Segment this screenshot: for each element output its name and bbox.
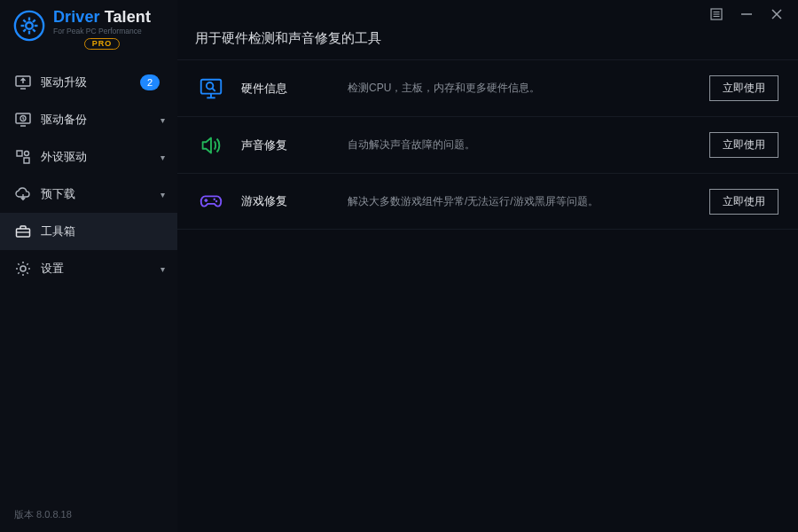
menu-button[interactable] <box>709 7 724 21</box>
hardware-info-icon <box>197 74 225 103</box>
logo-subtitle: For Peak PC Performance <box>53 27 151 35</box>
peripherals-icon <box>14 148 32 166</box>
svg-line-30 <box>212 88 215 90</box>
logo-pro-badge: PRO <box>84 38 121 50</box>
sidebar-item-driver-backup[interactable]: 驱动备份 ▾ <box>0 101 177 138</box>
sidebar-item-label: 工具箱 <box>41 223 165 239</box>
app-window: Driver Talent For Peak PC Performance PR… <box>0 0 798 532</box>
sidebar-item-predownload[interactable]: 预下载 ▾ <box>0 176 177 213</box>
tool-description: 解决大多数游戏组件异常/无法运行/游戏黑屏等问题。 <box>348 194 709 209</box>
tool-list: 硬件信息 检测CPU，主板，内存和更多硬件信息。 立即使用 声音修复 自动解决声… <box>177 59 798 230</box>
titlebar <box>695 0 798 28</box>
svg-point-22 <box>25 152 29 156</box>
main-content: 用于硬件检测和声音修复的工具 硬件信息 检测CPU，主板，内存和更多硬件信息。 … <box>177 0 798 532</box>
svg-point-7 <box>15 12 43 40</box>
logo: Driver Talent For Peak PC Performance PR… <box>0 0 177 64</box>
tool-description: 检测CPU，主板，内存和更多硬件信息。 <box>348 81 709 96</box>
tool-description: 自动解决声音故障的问题。 <box>348 137 709 153</box>
sidebar: Driver Talent For Peak PC Performance PR… <box>0 0 177 532</box>
logo-title: Driver Talent <box>53 9 151 26</box>
svg-point-25 <box>20 266 26 271</box>
page-title: 用于硬件检测和声音修复的工具 <box>177 30 798 54</box>
svg-point-29 <box>207 82 214 89</box>
monitor-upload-icon <box>14 74 32 91</box>
chevron-down-icon: ▾ <box>160 115 165 125</box>
version-label: 版本 8.0.8.18 <box>14 508 72 521</box>
tool-name: 游戏修复 <box>241 193 348 209</box>
sidebar-nav: 驱动升级 2 驱动备份 ▾ 外设驱动 ▾ <box>0 64 177 287</box>
sidebar-item-settings[interactable]: 设置 ▾ <box>0 250 177 287</box>
svg-line-15 <box>33 29 35 32</box>
tool-row-game-repair: 游戏修复 解决大多数游戏组件异常/无法运行/游戏黑屏等问题。 立即使用 <box>177 173 798 230</box>
svg-line-13 <box>33 20 35 22</box>
cloud-download-icon <box>14 185 32 203</box>
sidebar-item-label: 预下载 <box>41 186 160 202</box>
gear-icon <box>14 260 32 278</box>
use-now-button[interactable]: 立即使用 <box>709 132 778 158</box>
use-now-button[interactable]: 立即使用 <box>709 189 778 215</box>
tool-row-sound-repair: 声音修复 自动解决声音故障的问题。 立即使用 <box>177 116 798 173</box>
count-badge: 2 <box>140 74 160 90</box>
sidebar-item-toolbox[interactable]: 工具箱 <box>0 213 177 250</box>
game-repair-icon <box>197 187 225 215</box>
chevron-down-icon: ▾ <box>160 190 165 200</box>
sidebar-item-label: 驱动备份 <box>41 112 160 128</box>
svg-rect-26 <box>201 79 222 93</box>
sidebar-item-label: 外设驱动 <box>41 149 160 165</box>
svg-line-16 <box>23 20 26 22</box>
clock-monitor-icon <box>14 111 32 129</box>
sidebar-item-peripheral-driver[interactable]: 外设驱动 ▾ <box>0 138 177 176</box>
svg-point-8 <box>26 22 33 29</box>
tool-name: 硬件信息 <box>241 81 348 97</box>
logo-gear-icon <box>12 9 46 43</box>
svg-point-34 <box>215 200 217 202</box>
chevron-down-icon: ▾ <box>160 264 165 274</box>
close-button[interactable] <box>770 7 784 21</box>
use-now-button[interactable]: 立即使用 <box>709 75 778 101</box>
minimize-button[interactable] <box>739 7 754 21</box>
svg-line-14 <box>23 29 26 32</box>
tool-row-hardware-info: 硬件信息 检测CPU，主板，内存和更多硬件信息。 立即使用 <box>177 59 798 116</box>
svg-point-33 <box>214 198 215 200</box>
tool-name: 声音修复 <box>241 137 348 153</box>
toolbox-icon <box>14 223 32 240</box>
chevron-down-icon: ▾ <box>160 153 165 162</box>
sidebar-item-label: 设置 <box>41 261 160 277</box>
sidebar-item-label: 驱动升级 <box>41 74 140 90</box>
sidebar-item-driver-update[interactable]: 驱动升级 2 <box>0 64 177 101</box>
sound-repair-icon <box>197 131 225 160</box>
